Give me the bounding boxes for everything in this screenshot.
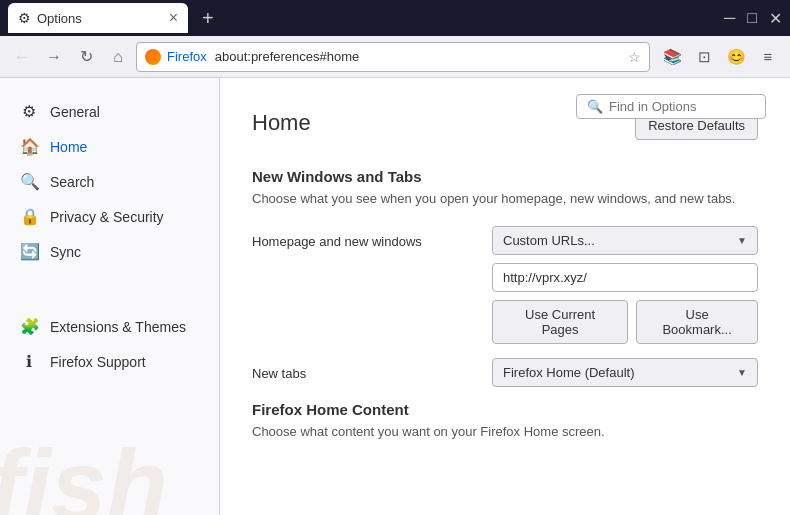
options-tab[interactable]: ⚙ Options × [8, 3, 188, 33]
sidebar-item-privacy-label: Privacy & Security [50, 209, 164, 225]
close-window-button[interactable]: ✕ [769, 9, 782, 28]
new-tab-button[interactable]: + [196, 7, 220, 30]
title-bar: ⚙ Options × + ─ □ ✕ [0, 0, 790, 36]
bookmark-star-icon[interactable]: ☆ [628, 49, 641, 65]
support-icon: ℹ [20, 352, 38, 371]
sidebar-item-general-label: General [50, 104, 100, 120]
sidebar-item-search[interactable]: 🔍 Search [0, 164, 219, 199]
address-text: about:preferences#home [215, 49, 622, 64]
sidebar-item-extensions-label: Extensions & Themes [50, 319, 186, 335]
minimize-button[interactable]: ─ [724, 9, 735, 27]
homepage-label: Homepage and new windows [252, 226, 472, 249]
sidebar-divider [0, 269, 219, 289]
main-area: fish ⚙ General 🏠 Home 🔍 Search 🔒 Privacy… [0, 78, 790, 515]
refresh-button[interactable]: ↻ [72, 43, 100, 71]
homepage-dropdown[interactable]: Custom URLs... ▼ [492, 226, 758, 255]
nav-right-icons: 📚 ⊡ 😊 ≡ [658, 43, 782, 71]
content-area: 🔍 Home Restore Defaults New Windows and … [220, 78, 790, 515]
sidebar: fish ⚙ General 🏠 Home 🔍 Search 🔒 Privacy… [0, 78, 220, 515]
sync-icon[interactable]: ⊡ [690, 43, 718, 71]
library-icon[interactable]: 📚 [658, 43, 686, 71]
page-title: Home [252, 110, 311, 136]
firefox-home-content-header: Firefox Home Content [252, 401, 758, 418]
sidebar-item-sync[interactable]: 🔄 Sync [0, 234, 219, 269]
firefox-label: Firefox [167, 49, 207, 64]
new-tabs-controls: Firefox Home (Default) ▼ [492, 358, 758, 387]
homepage-setting-row: Homepage and new windows Custom URLs... … [252, 226, 758, 344]
nav-bar: ← → ↻ ⌂ Firefox about:preferences#home ☆… [0, 36, 790, 78]
sidebar-item-home[interactable]: 🏠 Home [0, 129, 219, 164]
new-tabs-dropdown[interactable]: Firefox Home (Default) ▼ [492, 358, 758, 387]
new-windows-tabs-desc: Choose what you see when you open your h… [252, 191, 758, 206]
menu-button[interactable]: ≡ [754, 43, 782, 71]
firefox-home-content-desc: Choose what content you want on your Fir… [252, 424, 758, 439]
sidebar-watermark: fish [0, 435, 168, 515]
sidebar-item-privacy[interactable]: 🔒 Privacy & Security [0, 199, 219, 234]
find-in-options[interactable]: 🔍 [576, 94, 766, 119]
back-button[interactable]: ← [8, 43, 36, 71]
new-tabs-setting-row: New tabs Firefox Home (Default) ▼ [252, 358, 758, 387]
sidebar-item-general[interactable]: ⚙ General [0, 94, 219, 129]
homepage-dropdown-value: Custom URLs... [503, 233, 595, 248]
homepage-url-input[interactable] [492, 263, 758, 292]
sidebar-item-sync-label: Sync [50, 244, 81, 260]
firefox-logo [145, 49, 161, 65]
sidebar-item-home-label: Home [50, 139, 87, 155]
extensions-icon: 🧩 [20, 317, 38, 336]
sidebar-divider2 [0, 289, 219, 309]
homepage-controls: Custom URLs... ▼ Use Current Pages Use B… [492, 226, 758, 344]
search-icon: 🔍 [20, 172, 38, 191]
close-tab-button[interactable]: × [169, 10, 178, 26]
dropdown-arrow-icon: ▼ [737, 235, 747, 246]
find-input[interactable] [609, 99, 777, 114]
avatar-icon[interactable]: 😊 [722, 43, 750, 71]
new-tabs-dropdown-value: Firefox Home (Default) [503, 365, 634, 380]
sidebar-item-extensions[interactable]: 🧩 Extensions & Themes [0, 309, 219, 344]
general-icon: ⚙ [20, 102, 38, 121]
home-icon: 🏠 [20, 137, 38, 156]
tab-icon: ⚙ [18, 10, 31, 26]
sidebar-item-support-label: Firefox Support [50, 354, 146, 370]
address-bar[interactable]: Firefox about:preferences#home ☆ [136, 42, 650, 72]
sidebar-item-support[interactable]: ℹ Firefox Support [0, 344, 219, 379]
forward-button[interactable]: → [40, 43, 68, 71]
tab-title: Options [37, 11, 82, 26]
home-button[interactable]: ⌂ [104, 43, 132, 71]
sync-nav-icon: 🔄 [20, 242, 38, 261]
homepage-btn-row: Use Current Pages Use Bookmark... [492, 300, 758, 344]
sidebar-item-search-label: Search [50, 174, 94, 190]
new-windows-tabs-header: New Windows and Tabs [252, 168, 758, 185]
window-controls: ─ □ ✕ [724, 9, 782, 28]
lock-icon: 🔒 [20, 207, 38, 226]
find-search-icon: 🔍 [587, 99, 603, 114]
use-current-pages-button[interactable]: Use Current Pages [492, 300, 628, 344]
new-tabs-label: New tabs [252, 358, 472, 381]
maximize-button[interactable]: □ [747, 9, 757, 27]
new-tabs-dropdown-arrow-icon: ▼ [737, 367, 747, 378]
use-bookmark-button[interactable]: Use Bookmark... [636, 300, 758, 344]
